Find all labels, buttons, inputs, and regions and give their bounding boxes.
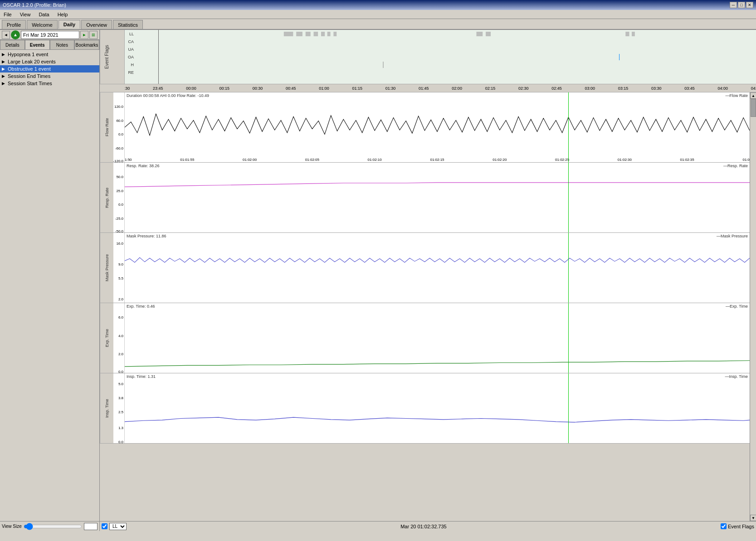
time-label-19: 04:15 bbox=[751, 86, 756, 91]
event-flags-area: LL bbox=[125, 30, 756, 84]
chart-area-exp-time: Exp. Time: 0.46 —Exp. Time bbox=[125, 303, 750, 373]
y-tick-it-25: 2.5 bbox=[118, 410, 123, 414]
status-bar: LL Mar 20 01:02:32.735 Event Flags bbox=[100, 521, 756, 531]
svg-rect-0 bbox=[284, 32, 293, 36]
svg-rect-4 bbox=[321, 32, 325, 36]
time-label-3: 00:15 bbox=[219, 86, 230, 91]
prev-date-button[interactable]: ◄ bbox=[2, 31, 10, 39]
view-size-slider[interactable] bbox=[24, 523, 82, 530]
main-tab-bar: Profile Welcome Daily Overview Statistic… bbox=[0, 19, 756, 30]
tab-notes[interactable]: Notes bbox=[50, 40, 75, 49]
minimize-button[interactable]: ─ bbox=[730, 2, 737, 8]
scroll-down-button[interactable]: ▼ bbox=[750, 515, 756, 521]
date-display: Fri Mar 19 2021 bbox=[21, 31, 79, 39]
x-tick-7: 01:02:25 bbox=[555, 158, 569, 162]
chart-info-flow-rate: Duration 00:00:58 AHI 0.00 Flow Rate: -1… bbox=[127, 93, 209, 98]
y-tick-mp-55: 5.5 bbox=[118, 276, 123, 280]
expand-icon-large-leak: ▶ bbox=[2, 59, 5, 64]
y-label-mask-pressure: Mask Pressure bbox=[100, 233, 113, 303]
scroll-up-button[interactable]: ▲ bbox=[750, 92, 756, 99]
title-bar: OSCAR 1.2.0 (Profile: Brian) ─ □ ✕ bbox=[0, 0, 756, 10]
event-hypopnea[interactable]: ▶ Hypopnea 1 event bbox=[0, 51, 99, 58]
date-nav: ◄ ▲ Fri Mar 19 2021 ► ⊞ bbox=[0, 30, 99, 40]
scroll-thumb[interactable] bbox=[751, 99, 756, 117]
tab-overview[interactable]: Overview bbox=[81, 20, 112, 29]
flag-area-re bbox=[135, 69, 756, 76]
time-label-1: 23:45 bbox=[153, 86, 163, 91]
x-tick-8: 01:02:30 bbox=[618, 158, 632, 162]
close-button[interactable]: ✕ bbox=[746, 2, 753, 8]
next-date-button[interactable]: ► bbox=[80, 31, 88, 39]
svg-rect-7 bbox=[477, 32, 483, 36]
tab-bookmarks[interactable]: Bookmarks bbox=[74, 40, 99, 49]
y-axis-exp-time: 6.0 4.0 2.0 0.0 bbox=[113, 303, 125, 373]
y-label-resp-rate: Resp. Rate bbox=[100, 163, 113, 232]
view-size-bar: View Size bbox=[0, 521, 99, 531]
flag-row-re: RE bbox=[125, 68, 756, 76]
flag-label-ua: UA bbox=[126, 47, 135, 52]
ll-combo[interactable]: LL bbox=[109, 523, 127, 530]
chart-info-mask-pressure: Mask Pressure: 11.86 bbox=[127, 234, 166, 238]
y-label-insp-time: Insp. Time bbox=[100, 373, 113, 443]
menu-help[interactable]: Help bbox=[56, 11, 70, 18]
tab-statistics[interactable]: Statistics bbox=[113, 20, 143, 29]
y-tick-it-13: 1.3 bbox=[118, 426, 123, 430]
chart-scroll[interactable]: Flow Rate 120.0 60.0 0.0 -60.0 -120.0 Du… bbox=[100, 92, 750, 521]
flag-row-ua: UA bbox=[125, 45, 756, 53]
y-tick-resp-50: 50.0 bbox=[116, 174, 123, 179]
time-axis-labels: 23:3023:4500:0000:1500:3000:4501:0001:15… bbox=[125, 84, 756, 92]
tab-daily[interactable]: Daily bbox=[59, 20, 80, 29]
flow-rate-chart-svg bbox=[125, 92, 750, 162]
y-tick-mp-2: 2.0 bbox=[118, 297, 123, 301]
event-flags-label: Event Flags bbox=[100, 30, 113, 84]
event-flags-toggle[interactable]: Event Flags bbox=[721, 523, 754, 529]
chart-area-resp-rate: Resp. Rate: 38.26 —Resp. Rate bbox=[125, 163, 750, 232]
view-size-value[interactable] bbox=[84, 523, 98, 530]
x-tick-6: 01:02:20 bbox=[493, 158, 507, 162]
menu-view[interactable]: View bbox=[18, 11, 33, 18]
maximize-button[interactable]: □ bbox=[738, 2, 745, 8]
y-tick-et-6: 6.0 bbox=[118, 315, 123, 319]
y-tick-resp-0: 0.0 bbox=[118, 203, 123, 207]
y-axis-insp-time: 5.0 3.8 2.5 1.3 0.0 bbox=[113, 373, 125, 443]
flag-row-ll: LL bbox=[125, 30, 756, 38]
y-tick-flow-60: 60.0 bbox=[116, 118, 123, 122]
chart-panel-insp-time: Insp. Time 5.0 3.8 2.5 1.3 0.0 Insp. Tim… bbox=[100, 373, 750, 444]
event-flags-checkbox-input[interactable] bbox=[721, 523, 727, 529]
session-marker bbox=[158, 30, 159, 84]
tab-welcome[interactable]: Welcome bbox=[27, 20, 58, 29]
svg-rect-1 bbox=[296, 32, 302, 36]
chart-name-insp-time: —Insp. Time bbox=[725, 374, 748, 379]
menu-bar: File View Data Help bbox=[0, 10, 756, 19]
event-obstructive[interactable]: ▶ Obstructive 1 event bbox=[0, 65, 99, 72]
event-session-start[interactable]: ▶ Session Start Times bbox=[0, 80, 99, 87]
y-tick-it-0: 0.0 bbox=[118, 440, 123, 444]
y-tick-et-4: 4.0 bbox=[118, 334, 123, 338]
calendar-icon[interactable]: ▲ bbox=[11, 30, 20, 39]
tab-details[interactable]: Details bbox=[0, 40, 25, 49]
flags-y-spacer bbox=[113, 30, 125, 84]
bookmark-date-button[interactable]: ⊞ bbox=[89, 31, 98, 39]
y-label-exp-time: Exp. Time bbox=[100, 303, 113, 373]
y-tick-flow-120: 120.0 bbox=[114, 104, 123, 108]
chart-panel-flow-rate: Flow Rate 120.0 60.0 0.0 -60.0 -120.0 Du… bbox=[100, 92, 750, 163]
time-axis: 23:3023:4500:0000:1500:3000:4501:0001:15… bbox=[100, 84, 756, 92]
chart-panel-mask-pressure: Mask Pressure 16.0 9.0 5.5 2.0 Mask Pres… bbox=[100, 233, 750, 303]
flag-label-re: RE bbox=[126, 70, 135, 75]
time-label-14: 03:00 bbox=[585, 86, 595, 91]
y-axis-flow-rate: 120.0 60.0 0.0 -60.0 -120.0 bbox=[113, 92, 125, 162]
menu-data[interactable]: Data bbox=[37, 11, 51, 18]
tab-events[interactable]: Events bbox=[25, 40, 50, 49]
event-large-leak[interactable]: ▶ Large Leak 20 events bbox=[0, 58, 99, 65]
scroll-track[interactable] bbox=[750, 99, 756, 515]
menu-file[interactable]: File bbox=[2, 11, 14, 18]
ll-checkbox[interactable] bbox=[102, 523, 107, 529]
event-session-end[interactable]: ▶ Session End Times bbox=[0, 72, 99, 80]
tab-profile[interactable]: Profile bbox=[2, 20, 26, 29]
svg-rect-5 bbox=[327, 32, 331, 36]
y-tick-et-2: 2.0 bbox=[118, 352, 123, 356]
green-cursor-line-flow bbox=[568, 92, 569, 162]
event-flags-container: Event Flags LL bbox=[100, 30, 756, 84]
left-tabs: Details Events Notes Bookmarks bbox=[0, 40, 99, 50]
time-label-4: 00:30 bbox=[253, 86, 263, 91]
